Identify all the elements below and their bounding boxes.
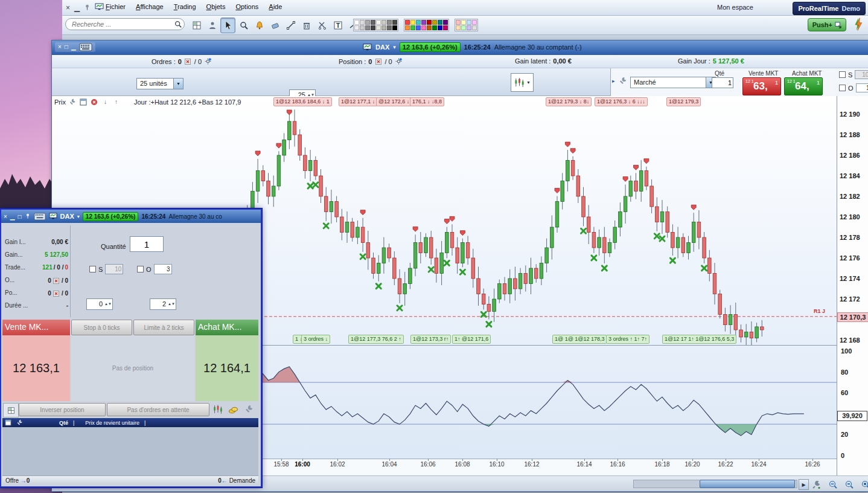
color-swatch[interactable] [405,20,410,25]
push-plus-button[interactable]: Push+ [808,18,846,31]
limit-checkbox[interactable] [839,85,846,91]
gear-icon[interactable] [395,57,403,65]
menu-item-aide[interactable]: Aide [269,3,282,10]
color-swatch[interactable] [467,25,471,30]
zoom-range-icon[interactable] [826,478,840,491]
gear-icon[interactable] [204,57,212,65]
window-icon[interactable] [80,98,88,106]
stepper-arrows-icon[interactable]: ▲▼ [104,299,112,309]
color-swatch[interactable] [381,25,386,30]
alerts-bell-tool-icon[interactable] [252,18,267,33]
menu-item-fichier[interactable]: Fichier [106,3,126,10]
limit-distance-stepper[interactable]: 2▲▼ [150,298,176,310]
stepper-arrows-icon[interactable]: ▲▼ [168,299,175,309]
menu-item-objets[interactable]: Objets [206,3,226,10]
sell-market-button[interactable]: 12 1 63, 1 [742,77,781,95]
color-swatch[interactable] [427,25,432,30]
limit-ticks-button[interactable]: Limite à 2 ticks [133,320,194,335]
stop-ticks-input[interactable] [105,264,123,274]
cancel-order-icon[interactable] [53,277,60,285]
search-input[interactable] [65,18,185,30]
maximize-icon[interactable]: □ [18,213,22,220]
color-swatch[interactable] [405,25,410,30]
stop-checkbox[interactable] [89,266,96,272]
minimize-icon[interactable]: ▁ [71,43,76,51]
color-swatch[interactable] [456,25,461,30]
limit-ticks-input[interactable] [856,83,868,92]
color-swatch[interactable] [360,20,365,25]
color-swatch[interactable] [461,25,466,30]
symbol-name[interactable]: DAX [60,213,74,220]
color-swatch[interactable] [421,25,426,30]
color-swatch[interactable] [456,20,461,25]
inverse-position-button[interactable]: Inverser position [19,403,106,416]
color-swatch[interactable] [371,20,375,25]
col-pru[interactable]: Prix de revient unitaire [85,420,139,426]
chart-monitor-icon[interactable] [95,3,104,13]
collapse-arrow-icon[interactable]: ▸ [612,78,615,84]
stop-ticks-button[interactable]: Stop à 0 ticks [71,320,132,335]
maximize-icon[interactable]: □ [65,43,68,51]
color-swatch[interactable] [360,25,365,30]
sell-price-panel[interactable]: 12 163,1 [2,335,70,401]
color-swatch[interactable] [472,25,477,30]
stop-checkbox[interactable] [839,71,846,78]
eraser-tool-icon[interactable] [267,18,282,33]
buy-price-panel[interactable]: 12 164,1 [196,335,258,401]
chart-monitor-icon[interactable] [49,213,57,220]
search-icon[interactable] [174,20,182,28]
order-window-titlebar[interactable]: × ▁ □ DAX ▾ 12 163,6 (+0,26%) 16:25:24 A… [1,210,261,223]
chart-windows-tool-icon[interactable] [189,18,204,33]
qty-input[interactable] [712,77,733,88]
color-swatch[interactable] [387,20,392,25]
arrow-down-icon[interactable]: ↓ [101,98,109,106]
minimize-icon[interactable]: ▁ [74,4,80,12]
color-swatch[interactable] [443,25,448,30]
pin-icon[interactable] [84,4,91,13]
wrench-zoom-icon[interactable] [809,478,824,491]
wrench-icon[interactable] [244,405,254,415]
color-swatch[interactable] [387,25,392,30]
candlestick-icon[interactable] [212,404,223,416]
profile-tool-icon[interactable] [205,18,220,33]
cursor-tool-icon[interactable] [220,18,235,33]
sell-header[interactable]: Vente MK... [2,320,70,335]
scroll-right-button[interactable]: ▶ [799,479,809,490]
menu-item-options[interactable]: Options [235,3,258,10]
window-icon[interactable] [5,419,11,426]
color-swatch[interactable] [354,25,359,30]
keyboard-icon[interactable] [34,213,46,221]
quantity-input[interactable] [130,236,164,252]
menu-item-affichage[interactable]: Affichage [136,3,164,10]
cancel-order-icon[interactable] [53,289,60,297]
color-swatch[interactable] [392,25,397,30]
buy-header[interactable]: Achat MK... [196,320,258,335]
buy-market-button[interactable]: 12 1 64, 1 [784,77,823,95]
order-type-dropdown[interactable]: Marché▼ [630,77,716,88]
color-swatch[interactable] [365,25,370,30]
limit-ticks-input[interactable] [154,264,172,274]
cancel-order-icon[interactable] [184,57,192,65]
stop-distance-stepper[interactable]: 0▲▼ [86,298,113,310]
coins-icon[interactable] [228,405,238,416]
color-swatch[interactable] [467,20,471,25]
col-qte[interactable]: Qté [59,420,68,426]
color-swatch[interactable] [376,20,381,25]
color-swatch[interactable] [443,20,448,25]
zoom-in-icon[interactable] [858,478,868,491]
menu-item-trading[interactable]: Trading [174,3,196,10]
close-icon[interactable]: × [58,43,62,51]
close-icon[interactable]: × [4,213,7,220]
arrow-up-icon[interactable]: ↑ [112,98,120,106]
zoom-tool-icon[interactable] [236,18,251,33]
keyboard-icon[interactable] [79,43,92,51]
text-tool-icon[interactable]: T [330,18,345,33]
color-swatch[interactable] [438,25,442,30]
zoom-out-icon[interactable] [842,478,857,491]
color-swatch[interactable] [371,25,375,30]
stop-ticks-input[interactable] [855,70,868,79]
pin-icon[interactable] [25,213,31,221]
chevron-down-icon[interactable]: ▾ [393,44,396,50]
color-swatch[interactable] [438,20,442,25]
mon-espace-link[interactable]: Mon espace [717,4,753,11]
